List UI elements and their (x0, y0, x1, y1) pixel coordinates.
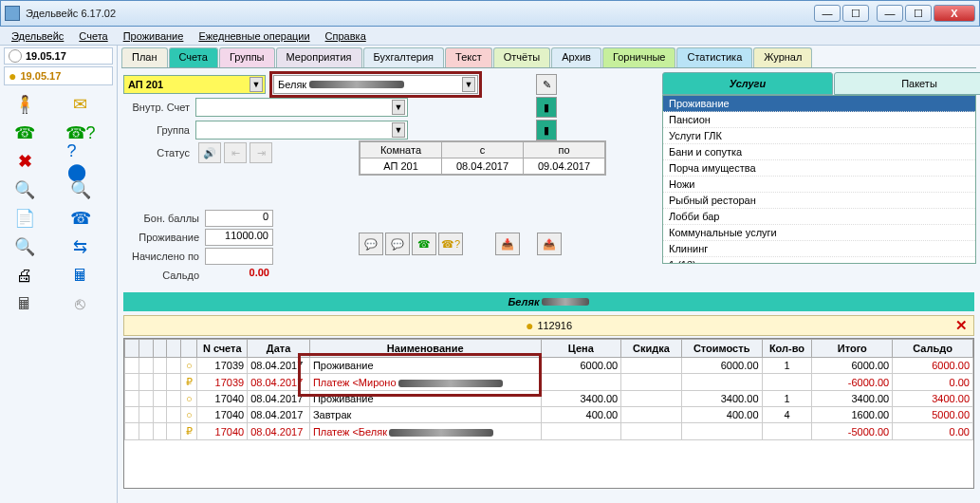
window-minimize-button[interactable]: — (814, 5, 841, 22)
calc-ruble-icon[interactable]: 🖩 (67, 264, 94, 287)
group-combo[interactable]: ▼ (195, 121, 408, 140)
list-item[interactable]: Ножи (663, 177, 975, 193)
cell-name: Платеж <Беляк (309, 423, 541, 440)
menu-help[interactable]: Справка (320, 28, 372, 44)
menu-stay[interactable]: Проживание (118, 28, 190, 44)
window-restore-button[interactable]: ☐ (842, 5, 869, 22)
menubar: Эдельвейс Счета Проживание Ежедневные оп… (0, 27, 980, 46)
search-doc-icon[interactable]: 🔍 (11, 235, 38, 258)
status-prev-button[interactable]: ⇤ (224, 142, 247, 163)
window-close-button[interactable]: X (934, 5, 975, 22)
close-account-icon[interactable]: ✕ (955, 317, 968, 334)
coin-icon: ● (9, 68, 16, 84)
inner-account-label: Внутр. Счет (123, 102, 195, 113)
stay-value: 11000.00 (205, 229, 273, 246)
toolbar-btn-1[interactable]: 💬 (359, 233, 383, 255)
exit-icon[interactable]: ⎋ (67, 292, 94, 315)
tab-accounts[interactable]: Счета (169, 47, 218, 67)
add-doc-icon[interactable]: 📄 (11, 207, 38, 230)
sync-icon[interactable]: ⇆ (67, 235, 94, 258)
menu-accounts[interactable]: Счета (73, 28, 113, 44)
list-item[interactable]: Проживание (663, 96, 975, 112)
list-item[interactable]: Рыбный ресторан (663, 193, 975, 209)
system-date-value: 19.05.17 (26, 50, 66, 62)
print-icon[interactable]: 🖨 (11, 264, 38, 287)
side-edit-button[interactable]: ✎ (536, 74, 557, 95)
status-sound-button[interactable]: 🔊 (198, 142, 221, 163)
services-list[interactable]: Проживание Пансион Услуги ГЛК Бани и соп… (662, 95, 976, 264)
inner-account-combo[interactable]: ▼ (195, 98, 408, 117)
toolbar-btn-out[interactable]: 📤 (537, 233, 562, 255)
list-item[interactable]: Коммунальные услуги (663, 225, 975, 241)
list-item[interactable]: Пансион (663, 112, 975, 128)
toolbar-btn-4[interactable]: ☎? (438, 233, 463, 255)
system-date[interactable]: 19.05.17 (4, 47, 113, 65)
table-row[interactable]: ₽1704008.04.2017Платеж <Беляк-5000.000.0… (125, 423, 973, 440)
chevron-down-icon[interactable]: ▼ (392, 122, 405, 138)
search-red-icon[interactable]: 🔍 (67, 178, 94, 201)
coin-icon: ● (526, 318, 533, 333)
stay-label: Проживание (123, 232, 205, 243)
list-item[interactable]: Бани и сопутка (663, 144, 975, 160)
cell-name: Платеж <Мироно (309, 374, 541, 391)
list-item[interactable]: Порча имущества (663, 160, 975, 177)
delete-icon[interactable]: ✖ (11, 150, 38, 173)
list-item[interactable]: Услуги ГЛК (663, 128, 975, 144)
tab-accounting[interactable]: Бухгалтерия (363, 47, 445, 67)
phone-green-icon[interactable]: ☎ (11, 121, 38, 144)
room-dates-table: Комната с по АП 201 08.04.2017 09.04.201… (359, 140, 606, 176)
table-row[interactable]: ○1704008.04.2017Завтрак400.00400.0041600… (125, 407, 973, 423)
bonus-label: Бон. баллы (123, 213, 205, 224)
clock-icon (9, 49, 22, 63)
search-icon[interactable]: 🔍 (11, 178, 38, 201)
tab-archive[interactable]: Архив (551, 47, 601, 67)
left-sidebar: 19.05.17 ● 19.05.17 🧍 ✉ ☎ ☎? ✖ ?⬤ 🔍 🔍 📄 … (0, 46, 118, 503)
window-minimize-button-2[interactable]: — (877, 5, 903, 22)
tab-reports[interactable]: Отчёты (493, 47, 550, 67)
col-to: по (524, 142, 605, 158)
table-row[interactable]: ○1704008.04.2017Проживание3400.003400.00… (125, 391, 973, 407)
list-item[interactable]: Лобби бар (663, 209, 975, 225)
side-green1-button[interactable]: ▮ (536, 97, 557, 118)
redacted-banner (542, 298, 589, 306)
tab-maids[interactable]: Горничные (602, 47, 676, 67)
guest-name-combo[interactable]: Беляк ▼ (273, 75, 478, 94)
accrued-value[interactable] (205, 248, 273, 265)
tab-stats[interactable]: Статистика (676, 47, 752, 67)
list-item[interactable]: 1 (13) (663, 257, 975, 264)
tab-events[interactable]: Мероприятия (276, 47, 362, 67)
window-maximize-button[interactable]: ☐ (905, 5, 932, 22)
side-green2-button[interactable]: ▮ (536, 120, 557, 140)
toolbar-btn-3[interactable]: ☎ (412, 233, 436, 255)
tab-journal[interactable]: Журнал (753, 47, 812, 67)
menu-edelweiss[interactable]: Эдельвейс (6, 28, 69, 44)
bonus-value: 0 (205, 210, 273, 227)
tab-groups[interactable]: Группы (219, 47, 275, 67)
chevron-down-icon[interactable]: ▼ (250, 77, 263, 92)
menu-daily[interactable]: Ежедневные операции (193, 28, 315, 44)
cell-name: Завтрак (309, 407, 541, 423)
window-title: Эдельвейс 6.17.02 (26, 8, 814, 19)
checkin-icon[interactable]: 🧍 (11, 93, 38, 116)
table-row[interactable]: ○1703908.04.2017Проживание6000.006000.00… (125, 358, 973, 374)
chevron-down-icon[interactable]: ▼ (392, 100, 405, 115)
tab-text[interactable]: Текст (445, 47, 492, 67)
phone-money-icon[interactable]: ☎ (67, 207, 94, 230)
toolbar-btn-in[interactable]: 📥 (495, 233, 520, 255)
tab-plan[interactable]: План (121, 47, 168, 67)
info-help-icon[interactable]: ?⬤ (67, 150, 94, 173)
status-next-button[interactable]: ⇥ (250, 142, 272, 163)
room-combo[interactable]: АП 201 ▼ (123, 75, 266, 94)
chevron-down-icon[interactable]: ▼ (462, 77, 475, 92)
calc-icon[interactable]: 🖩 (11, 292, 38, 315)
rtab-services[interactable]: Услуги (662, 72, 833, 95)
guest-banner: Беляк (123, 292, 974, 311)
rtab-packages[interactable]: Пакеты (834, 72, 980, 95)
mail-icon[interactable]: ✉ (67, 93, 94, 116)
table-row[interactable]: АП 201 08.04.2017 09.04.2017 (361, 158, 605, 175)
table-row[interactable]: ₽1703908.04.2017Платеж <Мироно-6000.000.… (125, 374, 973, 391)
list-item[interactable]: Клининг (663, 241, 975, 257)
cell-name: Проживание (309, 391, 541, 407)
toolbar-btn-2[interactable]: 💬 (385, 233, 410, 255)
posting-date[interactable]: ● 19.05.17 (4, 66, 113, 85)
